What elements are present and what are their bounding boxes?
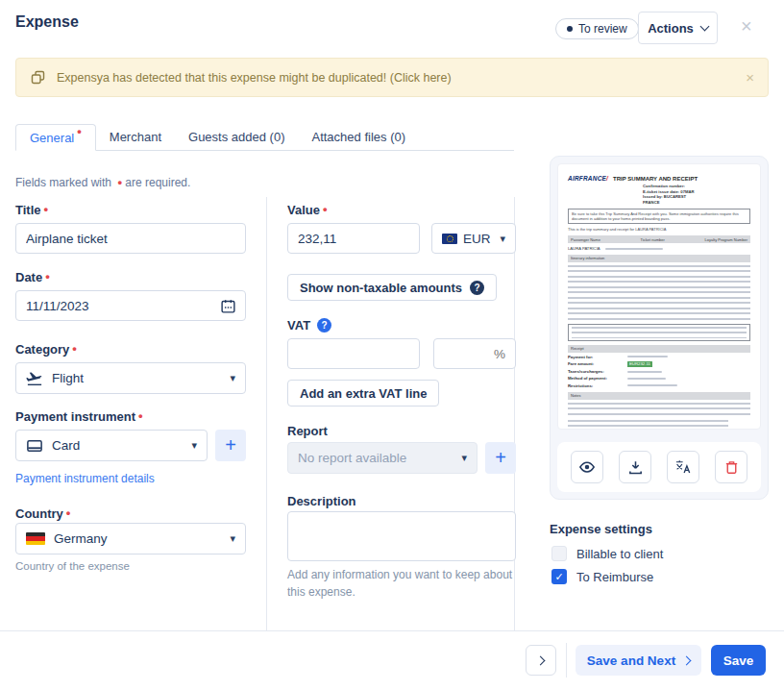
payment-instrument-label: Payment instrument• bbox=[15, 409, 143, 424]
tab-guests-label: Guests added (0) bbox=[188, 130, 284, 144]
footer-divider bbox=[0, 630, 784, 631]
category-select[interactable]: Flight ▾ bbox=[15, 362, 246, 394]
receipt-preview[interactable]: AIRFRANCE/ TRIP SUMMARY AND RECEIPT Conf… bbox=[557, 163, 761, 430]
report-select[interactable]: No report available ▾ bbox=[287, 442, 478, 474]
date-input[interactable] bbox=[15, 290, 246, 321]
chevron-right-icon bbox=[682, 655, 692, 665]
footer-separator bbox=[566, 643, 567, 678]
column-divider bbox=[266, 197, 267, 630]
payment-instrument-value: Card bbox=[52, 438, 80, 453]
billable-checkbox-row[interactable]: Billable to client bbox=[551, 546, 663, 561]
translate-button[interactable] bbox=[667, 451, 699, 483]
add-report-button[interactable]: + bbox=[485, 442, 516, 474]
receipt-section-header: Receipt bbox=[568, 345, 750, 353]
tab-attached-files[interactable]: Attached files (0) bbox=[298, 124, 419, 150]
banner-message[interactable]: Expensya has detected that this expense … bbox=[57, 71, 735, 85]
country-value: Germany bbox=[54, 531, 108, 546]
receipt-title: TRIP SUMMARY AND RECEIPT bbox=[613, 176, 698, 182]
receipt-itinerary-header: Itinerary information bbox=[568, 255, 750, 262]
flight-takeoff-icon bbox=[26, 370, 43, 387]
required-marker: • bbox=[117, 175, 122, 189]
save-button[interactable]: Save bbox=[711, 645, 766, 676]
vat-amount-input[interactable] bbox=[287, 338, 420, 369]
required-marker: • bbox=[138, 408, 143, 423]
next-expense-button[interactable] bbox=[526, 645, 556, 676]
banner-close-icon[interactable]: × bbox=[746, 69, 754, 86]
category-value: Flight bbox=[52, 371, 84, 385]
delete-button[interactable] bbox=[715, 451, 747, 483]
required-marker: • bbox=[72, 341, 77, 356]
receipt-payment-block: Payment for: Fare amount:EUR232.11 Taxes… bbox=[568, 355, 750, 388]
tab-attached-files-label: Attached files (0) bbox=[311, 130, 405, 144]
save-and-next-button[interactable]: Save and Next bbox=[576, 645, 701, 676]
title-label-text: Title bbox=[15, 203, 41, 217]
add-vat-line-button[interactable]: Add an extra VAT line bbox=[287, 380, 439, 407]
chevron-right-icon bbox=[535, 655, 545, 665]
caret-down-icon: ▾ bbox=[461, 452, 467, 464]
actions-button[interactable]: Actions bbox=[638, 12, 718, 44]
value-input[interactable] bbox=[287, 223, 420, 254]
receipt-meta: Confirmation number: E-ticket issue date… bbox=[643, 184, 750, 206]
country-label: Country• bbox=[15, 506, 70, 521]
required-note-prefix: Fields marked with bbox=[15, 176, 111, 189]
germany-flag-icon bbox=[26, 532, 45, 545]
report-value: No report available bbox=[298, 451, 406, 465]
status-badge: To review bbox=[555, 18, 639, 39]
calendar-icon[interactable] bbox=[220, 298, 236, 314]
close-icon[interactable]: × bbox=[741, 16, 752, 36]
tab-merchant-label: Merchant bbox=[110, 130, 161, 144]
payment-instrument-label-text: Payment instrument bbox=[15, 409, 135, 424]
translate-icon bbox=[674, 458, 692, 476]
trash-icon bbox=[723, 459, 740, 476]
required-marker: • bbox=[77, 124, 82, 138]
description-textarea[interactable] bbox=[287, 511, 516, 561]
title-input[interactable] bbox=[15, 223, 246, 254]
add-payment-instrument-button[interactable]: + bbox=[215, 430, 246, 461]
tab-bar: General• Merchant Guests added (0) Attac… bbox=[15, 124, 514, 151]
payment-instrument-details-link[interactable]: Payment instrument details bbox=[15, 472, 155, 485]
caret-down-icon: ▾ bbox=[230, 532, 235, 545]
currency-select[interactable]: EUR ▾ bbox=[431, 223, 516, 254]
credit-card-icon bbox=[26, 437, 43, 455]
show-non-taxable-button[interactable]: Show non-taxable amounts ? bbox=[287, 274, 497, 301]
country-label-text: Country bbox=[15, 506, 63, 521]
vat-percent-input[interactable] bbox=[433, 338, 516, 369]
receipt-toolbar bbox=[557, 442, 761, 492]
airfrance-logo: AIRFRANCE/ bbox=[568, 175, 608, 182]
tab-general[interactable]: General• bbox=[15, 124, 96, 151]
receipt-summary-line: This is the trip summary and receipt for… bbox=[568, 227, 750, 232]
status-dot-icon bbox=[567, 26, 573, 32]
value-label-text: Value bbox=[287, 203, 320, 217]
reimburse-checkbox[interactable]: ✓ bbox=[551, 569, 567, 584]
tab-merchant[interactable]: Merchant bbox=[96, 124, 175, 150]
vat-help-icon[interactable]: ? bbox=[317, 318, 331, 333]
preview-button[interactable] bbox=[571, 451, 603, 483]
country-select[interactable]: Germany ▾ bbox=[15, 523, 246, 554]
reimburse-checkbox-row[interactable]: ✓ To Reimburse bbox=[551, 569, 653, 584]
receipt-column-headers: Passenger Name Ticket number Loyalty Pro… bbox=[568, 235, 750, 243]
category-label: Category• bbox=[15, 342, 77, 357]
currency-value: EUR bbox=[463, 232, 491, 246]
add-vat-line-label: Add an extra VAT line bbox=[300, 386, 427, 401]
required-marker: • bbox=[323, 202, 328, 216]
chevron-down-icon bbox=[699, 21, 709, 31]
caret-down-icon: ▾ bbox=[230, 372, 235, 384]
billable-label: Billable to client bbox=[576, 547, 663, 561]
eye-icon bbox=[578, 458, 596, 476]
fare-amount: EUR232.11 bbox=[627, 361, 652, 367]
date-label-text: Date bbox=[15, 270, 42, 284]
required-marker: • bbox=[66, 505, 71, 520]
download-button[interactable] bbox=[619, 451, 651, 483]
payment-instrument-select[interactable]: Card ▾ bbox=[15, 430, 208, 461]
receipt-notice-2 bbox=[568, 324, 750, 341]
tab-general-label: General bbox=[30, 131, 74, 145]
receipt-notice: Be sure to take this Trip Summary And Re… bbox=[568, 209, 750, 224]
required-fields-note: Fields marked with • are required. bbox=[15, 176, 190, 189]
billable-checkbox[interactable] bbox=[551, 546, 567, 561]
eu-flag-icon bbox=[442, 234, 457, 244]
required-note-suffix: are required. bbox=[125, 176, 190, 189]
receipt-passenger: LAURA PATRICIA bbox=[568, 246, 750, 251]
category-label-text: Category bbox=[15, 342, 69, 357]
save-and-next-label: Save and Next bbox=[587, 653, 675, 668]
tab-guests[interactable]: Guests added (0) bbox=[175, 124, 298, 150]
